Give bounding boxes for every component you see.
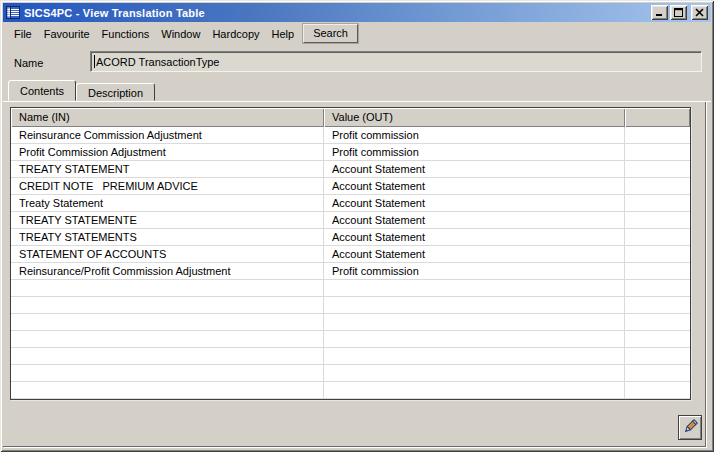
maximize-button[interactable] [670,5,687,20]
name-input-value: ACORD TransactionType [96,56,220,68]
app-window: SICS4PC - View Translation Table File Fa… [0,0,714,452]
pencil-icon [682,418,699,438]
column-header-value-out[interactable]: Value (OUT) [324,108,625,127]
tab-description[interactable]: Description [76,83,155,101]
name-label: Name [14,57,43,69]
menu-functions[interactable]: Functions [96,25,156,43]
empty-table-row[interactable] [11,382,690,399]
app-icon [6,5,21,20]
menu-file[interactable]: File [8,25,38,43]
panel-top-edge [3,101,711,102]
table-header: Name (IN) Value (OUT) [11,108,690,127]
table-row[interactable]: TREATY STATEMENTE Account Statement [11,212,690,229]
table-row[interactable]: Reinsurance Commission Adjustment Profit… [11,127,690,144]
column-header-name-in[interactable]: Name (IN) [11,108,324,127]
table-row[interactable]: Reinsurance/Profit Commission Adjustment… [11,263,690,280]
column-header-extra[interactable] [625,108,690,127]
empty-table-row[interactable] [11,365,690,382]
window-title: SICS4PC - View Translation Table [24,7,651,19]
translation-table: Name (IN) Value (OUT) Reinsurance Commis… [10,107,691,400]
table-row[interactable]: STATEMENT OF ACCOUNTS Account Statement [11,246,690,263]
table-body: Reinsurance Commission Adjustment Profit… [11,127,690,399]
empty-table-row[interactable] [11,314,690,331]
table-row[interactable]: CREDIT NOTE PREMIUM ADVICE Account State… [11,178,690,195]
table-row[interactable]: Treaty Statement Account Statement [11,195,690,212]
close-button[interactable] [691,5,708,20]
table-row[interactable]: Profit Commission Adjustment Profit comm… [11,144,690,161]
empty-table-row[interactable] [11,348,690,365]
title-bar: SICS4PC - View Translation Table [3,3,711,22]
table-row[interactable]: TREATY STATEMENT Account Statement [11,161,690,178]
text-caret [94,55,95,68]
window-controls [651,5,709,20]
menu-window[interactable]: Window [155,25,206,43]
menu-favourite[interactable]: Favourite [38,25,96,43]
tab-contents[interactable]: Contents [8,80,76,101]
menu-hardcopy[interactable]: Hardcopy [206,25,265,43]
tab-strip: Contents Description [8,80,155,101]
empty-table-row[interactable] [11,331,690,348]
search-menu-button[interactable]: Search [303,24,358,43]
name-field-row: Name ACORD TransactionType [3,45,711,78]
name-input[interactable]: ACORD TransactionType [90,51,702,72]
menu-help[interactable]: Help [266,25,301,43]
minimize-button[interactable] [651,5,668,20]
empty-table-row[interactable] [11,297,690,314]
table-row[interactable]: TREATY STATEMENTS Account Statement [11,229,690,246]
menu-bar: File Favourite Functions Window Hardcopy… [3,22,711,45]
edit-pencil-button[interactable] [678,415,702,440]
empty-table-row[interactable] [11,280,690,297]
